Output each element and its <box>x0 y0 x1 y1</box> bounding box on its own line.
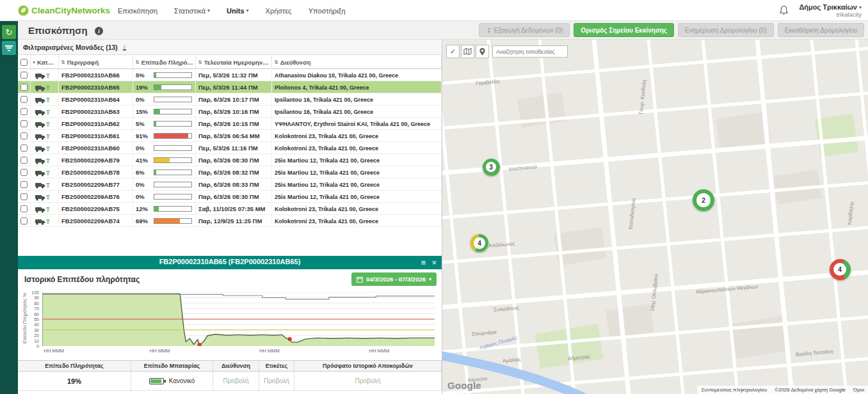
fill-bar <box>154 218 192 224</box>
row-checkbox[interactable] <box>20 108 28 115</box>
detail-summary: Επίπεδο ΠληρότηταςΕπίπεδο ΜπαταρίαςΔιεύθ… <box>18 360 442 391</box>
column-header[interactable]: ⇅Επίπεδο Πληρότ… <box>133 55 196 69</box>
row-checkbox[interactable] <box>20 84 28 91</box>
unit-fill-level: 15% <box>133 106 196 118</box>
fill-percent: 5% <box>136 120 152 127</box>
row-checkbox[interactable] <box>20 157 28 164</box>
unit-address: 25is Martiou 12, Trikala 421 00, Greece <box>272 191 442 203</box>
notifications-bell-icon[interactable] <box>779 5 789 17</box>
table-row[interactable]: FB2S00002209AB74 69% Παρ, 12/9/25 11:25 … <box>18 215 442 227</box>
table-row[interactable]: FB2P00002310AB61 91% Παρ, 6/3/26 06:54 Μ… <box>18 130 442 142</box>
brand-logo-icon <box>18 5 29 16</box>
nav-item[interactable]: Στατιστικά▾ <box>174 7 210 15</box>
fill-percent: 0% <box>136 181 152 188</box>
keyboard-shortcuts-link[interactable]: Συντομεύσεις πληκτρολογίου <box>701 387 767 393</box>
map-markers: 3244 <box>442 40 868 394</box>
export-icon: ↧ <box>486 27 491 34</box>
fill-percent: 5% <box>136 72 152 79</box>
header-button[interactable]: ↧Εξαγωγή Δεδομένων (0) <box>479 23 570 37</box>
terms-link[interactable]: Όροι <box>853 387 864 393</box>
unit-address: 25is Martiou 12, Trikala 421 00, Greece <box>272 178 442 191</box>
column-header[interactable]: ⇅Διεύθυνση <box>272 55 442 69</box>
sort-icon: ⇅ <box>198 59 202 65</box>
user-subtitle: trikalacity <box>799 11 862 18</box>
view-address-link[interactable]: Προβολή <box>213 372 259 390</box>
row-checkbox[interactable] <box>20 132 28 139</box>
truck-signal-icon <box>35 107 50 116</box>
brand[interactable]: CleanCityNetworks <box>18 0 110 21</box>
map-search-input[interactable] <box>492 45 568 58</box>
unit-address: 25is Martiou 12, Trikala 421 00, Greece <box>272 166 442 178</box>
map[interactable]: ΓαριβάλδηΙουστινιανούΓεωρ. ΚονδύληΚαποδι… <box>442 40 868 394</box>
row-checkbox[interactable] <box>20 169 28 176</box>
row-checkbox[interactable] <box>20 145 28 152</box>
map-layers-button[interactable] <box>461 45 474 58</box>
close-icon[interactable]: × <box>431 256 437 269</box>
table-row[interactable]: FB2S00002209AB75 12% Σαβ, 11/10/25 07:35… <box>18 203 442 215</box>
table-row[interactable]: FB2S00002209AB76 0% Παρ, 6/3/26 08:30 ΠΜ… <box>18 191 442 203</box>
table-row[interactable]: FB2S00002209AB79 41% Παρ, 6/3/26 08:30 Π… <box>18 154 442 166</box>
truck-signal-icon <box>35 217 50 225</box>
unit-last-date: Παρ, 6/3/26 08:33 ΠΜ <box>196 178 272 191</box>
unit-description: FB2P00002310AB65 <box>59 81 133 93</box>
table-row[interactable]: FB2S00002209AB77 0% Παρ, 6/3/26 08:33 ΠΜ… <box>18 178 442 191</box>
row-checkbox[interactable] <box>20 217 28 225</box>
row-checkbox[interactable] <box>20 96 28 103</box>
select-tool-button[interactable]: ✓ <box>446 45 460 58</box>
page-title: Επισκόπηση <box>28 25 88 36</box>
table-row[interactable]: FB2P00002310AB62 5% Παρ, 6/3/26 10:15 ΠΜ… <box>18 118 442 130</box>
fill-bar <box>154 194 192 200</box>
table-row[interactable]: FB2P00002310AB66 5% Πεμ, 5/3/26 11:32 ΠΜ… <box>18 69 442 81</box>
unit-description: FB2S00002209AB77 <box>59 178 133 191</box>
table-row[interactable]: FB2P00002310AB64 0% Παρ, 6/3/26 10:17 ΠΜ… <box>18 93 442 106</box>
truck-signal-icon <box>35 120 50 128</box>
row-checkbox[interactable] <box>20 72 28 79</box>
table-row[interactable]: FB2P00002310AB65 19% Πεμ, 5/3/26 11:44 Π… <box>18 81 442 93</box>
nav-item[interactable]: Υποστήριξη <box>309 7 346 15</box>
unit-status-cell <box>31 203 59 215</box>
google-logo[interactable]: Google <box>447 380 481 391</box>
nav-item[interactable]: Units▾ <box>227 7 249 15</box>
sidebar-filter-button[interactable] <box>2 41 16 55</box>
row-checkbox[interactable] <box>20 181 28 188</box>
unit-fill-level: 0% <box>133 142 196 154</box>
date-range-button[interactable]: 04/3/2026 - 07/3/2026 ▾ <box>351 272 437 286</box>
unit-last-date: Παρ, 6/3/26 06:54 ΜΜ <box>196 130 272 142</box>
map-cluster-marker[interactable]: 3 <box>483 159 500 176</box>
table-row[interactable]: FB2S00002209AB78 6% Παρ, 6/3/26 08:32 ΠΜ… <box>18 166 442 178</box>
unit-fill-level: 0% <box>133 93 196 106</box>
table-row[interactable]: FB2P00002310AB60 0% Πεμ, 5/3/26 11:16 ΠΜ… <box>18 142 442 154</box>
row-checkbox[interactable] <box>20 193 28 200</box>
column-header[interactable]: ▾Κατά… <box>31 55 59 69</box>
row-checkbox[interactable] <box>20 205 28 212</box>
column-header[interactable]: ⇅Περιγραφή <box>59 55 133 69</box>
map-cluster-marker[interactable]: 2 <box>693 189 714 211</box>
view-tags-link[interactable]: Προβολή <box>259 372 294 390</box>
info-icon[interactable]: i <box>95 27 103 35</box>
header-button[interactable]: Εκκαθάριση Δρομολογίου <box>778 23 864 37</box>
map-cluster-marker[interactable]: 4 <box>470 234 488 252</box>
select-all-checkbox[interactable] <box>20 59 28 66</box>
user-menu[interactable]: Δήμος Τρικκαίων▾ trikalacity <box>799 3 862 18</box>
unit-last-date: Πεμ, 5/3/26 11:32 ΠΜ <box>196 69 272 81</box>
map-cluster-marker[interactable]: 4 <box>830 259 851 280</box>
nav-item[interactable]: Επισκόπηση <box>118 7 157 15</box>
fill-bar <box>154 97 192 102</box>
unit-last-date: Παρ, 6/3/26 08:32 ΠΜ <box>196 166 272 178</box>
table-titlebar: Φιλτραρισμένες Μονάδες (13) ↓ <box>18 40 442 55</box>
sidebar-refresh-button[interactable]: ↻ <box>2 25 16 39</box>
nav-item[interactable]: Χρήστες <box>266 7 292 15</box>
summary-battery: Κανονικό <box>131 372 213 390</box>
truck-signal-icon <box>35 132 50 140</box>
row-checkbox[interactable] <box>20 120 28 127</box>
column-header[interactable]: ⇅Τελευταία Ημερομηνία … <box>196 55 272 69</box>
truck-signal-icon <box>35 168 50 177</box>
table-row[interactable]: FB2P00002310AB63 15% Παρ, 6/3/26 10:16 Π… <box>18 106 442 118</box>
marker-tool-button[interactable] <box>476 45 489 58</box>
header-button[interactable]: Ορισμός Σημείου Εκκίνησης <box>574 23 674 37</box>
history-chart-plot <box>42 292 434 346</box>
header-button[interactable]: Ενημέρωση Δρομολογίου (0) <box>678 23 774 37</box>
menu-icon[interactable]: ≡ <box>421 256 426 269</box>
view-history-link[interactable]: Προβολή <box>294 372 442 390</box>
download-icon[interactable]: ↓ <box>123 43 126 51</box>
